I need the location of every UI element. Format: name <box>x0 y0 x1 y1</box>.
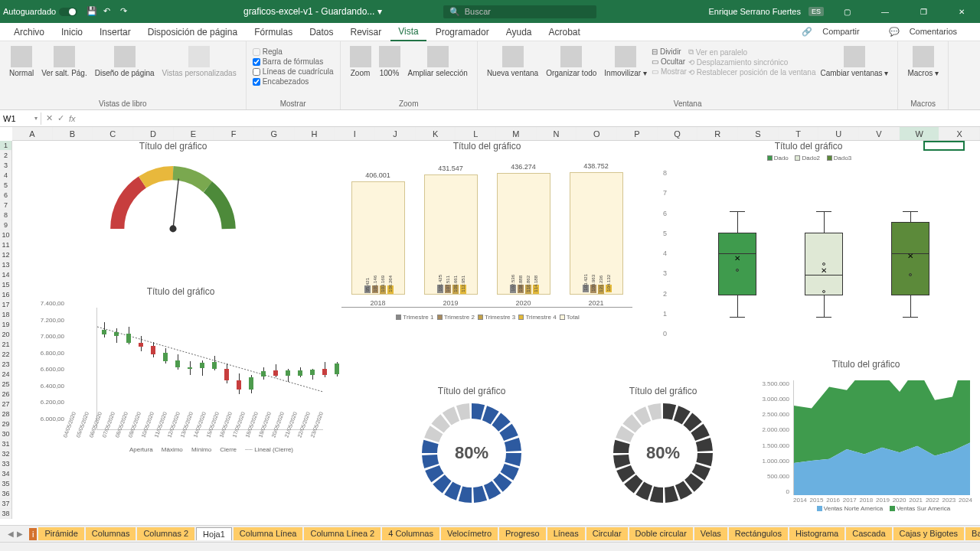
ribbon-options-icon[interactable]: ▢ <box>831 8 862 16</box>
tab-acrobat[interactable]: Acrobat <box>541 24 588 41</box>
status-bar <box>0 542 980 551</box>
arrange-all-button[interactable]: Organizar todo <box>543 44 599 79</box>
formula-bar: W1 ✕ ✓ fx <box>0 110 980 127</box>
sheet-tab[interactable]: Columnas 2 <box>137 527 194 540</box>
donut-chart-blue[interactable]: Título del gráfico 80% <box>387 386 556 510</box>
autosave-toggle[interactable]: Autoguardado <box>3 7 77 16</box>
name-box[interactable]: W1 <box>0 112 41 125</box>
tab-programador[interactable]: Programador <box>428 24 497 41</box>
column-headers[interactable]: ABCDEFGHIJKLMNOPQRSTUVWX <box>12 127 980 141</box>
sheet-tab[interactable]: Histograma <box>789 527 844 540</box>
hide-button[interactable]: ▭ Ocultar <box>652 57 687 66</box>
boxplot-chart[interactable]: Título del gráfico Dado Dado2 Dado3 0123… <box>655 141 962 345</box>
close-icon[interactable]: ✕ <box>946 8 977 16</box>
sheet-tab[interactable]: Doble circular <box>629 527 693 540</box>
sheet-tab[interactable]: Rectángulos <box>729 527 788 540</box>
reset-pos-button[interactable]: ⟲ Restablecer posición de la ventana <box>688 68 816 77</box>
comments-button[interactable]: 💬 Comentarios <box>881 24 972 40</box>
unhide-button[interactable]: ▭ Mostrar <box>652 67 687 76</box>
tab-datos[interactable]: Datos <box>302 24 341 41</box>
chart-title: Título del gráfico <box>655 141 962 152</box>
sheet-tab[interactable]: Cascada <box>846 527 891 540</box>
tab-revisar[interactable]: Revisar <box>343 24 390 41</box>
tab-insertar[interactable]: Insertar <box>92 24 139 41</box>
chart-title: Título del gráfico <box>579 386 747 396</box>
toggle-icon <box>59 8 77 16</box>
zoom-selection-button[interactable]: Ampliar selección <box>405 44 471 79</box>
sheet-tab[interactable]: Progreso <box>499 527 546 540</box>
formula-input[interactable] <box>80 112 980 125</box>
redo-icon[interactable]: ↷ <box>120 6 131 17</box>
split-button[interactable]: ⊟ Dividir <box>652 47 687 56</box>
sheet-tab-info[interactable]: i <box>29 528 37 540</box>
worksheet-grid[interactable]: ABCDEFGHIJKLMNOPQRSTUVWX 123456789101112… <box>0 127 980 525</box>
donut-chart-black[interactable]: Título del gráfico 80% <box>579 386 747 510</box>
group-macros: Macros ▾ Macros <box>898 41 949 109</box>
sheet-tab[interactable]: Velas <box>694 527 727 540</box>
sheet-tab[interactable]: Líneas <box>547 527 585 540</box>
sync-scroll-button[interactable]: ⟲ Desplazamiento sincrónico <box>688 58 816 67</box>
sheet-tab[interactable]: Barras <box>965 527 980 540</box>
ribbon: Normal Ver salt. Pág. Diseño de página V… <box>0 41 980 110</box>
sheet-tab-bar: ◀▶ i PirámideColumnasColumnas 2Hoja1Colu… <box>0 525 980 542</box>
tab-ayuda[interactable]: Ayuda <box>498 24 540 41</box>
undo-icon[interactable]: ↶ <box>103 6 114 17</box>
tab-archivo[interactable]: Archivo <box>6 24 52 41</box>
ruler-checkbox[interactable]: Regla <box>253 47 334 56</box>
row-headers[interactable]: 1234567891011121314151617181920212223242… <box>0 141 12 519</box>
gridlines-checkbox[interactable]: Líneas de cuadrícula <box>253 67 334 76</box>
user-badge[interactable]: ES <box>808 7 824 16</box>
zoom-100-button[interactable]: 100% <box>376 44 403 79</box>
enter-icon[interactable]: ✓ <box>57 113 64 123</box>
sheet-tab[interactable]: Pirámide <box>38 527 83 540</box>
active-cell <box>923 141 965 151</box>
gauge-chart[interactable]: Título del gráfico <box>35 141 311 251</box>
switch-windows-button[interactable]: Cambiar ventanas ▾ <box>817 44 891 79</box>
area-chart[interactable]: Título del gráfico 3.500.0003.000.0002.5… <box>755 359 977 518</box>
chart-title: Título del gráfico <box>387 386 556 396</box>
stacked-bar-chart[interactable]: Título del gráfico 406.00195.421101.1461… <box>334 141 640 331</box>
tab-inicio[interactable]: Inicio <box>54 24 90 41</box>
freeze-panes-button[interactable]: Inmovilizar ▾ <box>601 44 650 79</box>
share-button[interactable]: 🔗 Compartir <box>794 24 874 40</box>
headings-checkbox[interactable]: Encabezados <box>253 77 334 86</box>
user-name[interactable]: Enrique Serrano Fuertes <box>709 7 801 16</box>
new-window-button[interactable]: Nueva ventana <box>484 44 541 79</box>
tab-formulas[interactable]: Fórmulas <box>247 24 300 41</box>
formula-bar-checkbox[interactable]: Barra de fórmulas <box>253 57 334 66</box>
group-mostrar: Regla Barra de fórmulas Líneas de cuadrí… <box>247 41 341 109</box>
group-ventana: Nueva ventana Organizar todo Inmovilizar… <box>478 41 899 109</box>
sheet-tab[interactable]: Velocímetro <box>441 527 498 540</box>
sheet-nav[interactable]: ◀▶ <box>3 530 28 538</box>
macros-button[interactable]: Macros ▾ <box>904 44 942 79</box>
tab-vista[interactable]: Vista <box>390 23 426 41</box>
sheet-tab[interactable]: 4 Columnas <box>382 527 439 540</box>
sheet-tab[interactable]: Columna Línea <box>234 527 303 540</box>
custom-views-button[interactable]: Vistas personalizadas <box>159 44 240 79</box>
sheet-tab[interactable]: Columnas <box>86 527 136 540</box>
sheet-tab[interactable]: Circular <box>586 527 628 540</box>
svg-line-2 <box>97 327 323 392</box>
svg-line-0 <box>173 178 178 228</box>
quick-access-toolbar: 💾 ↶ ↷ <box>87 6 131 17</box>
search-icon: 🔍 <box>449 7 460 17</box>
page-break-button[interactable]: Ver salt. Pág. <box>38 44 90 79</box>
minimize-icon[interactable]: — <box>870 8 900 16</box>
sheet-tab[interactable]: Hoja1 <box>196 527 232 540</box>
sheet-tab[interactable]: Columna Línea 2 <box>304 527 381 540</box>
tab-disposicion[interactable]: Disposición de página <box>140 24 245 41</box>
search-input[interactable]: 🔍 Buscar <box>443 5 596 18</box>
sheet-tab[interactable]: Cajas y Bigotes <box>893 527 964 540</box>
candlestick-chart[interactable]: Título del gráfico 7.400,007.200,007.000… <box>35 286 326 500</box>
svg-point-1 <box>169 225 176 232</box>
save-icon[interactable]: 💾 <box>87 6 97 17</box>
cancel-icon[interactable]: ✕ <box>46 113 53 123</box>
page-layout-button[interactable]: Diseño de página <box>92 44 158 79</box>
side-by-side-button[interactable]: ⧉ Ver en paralelo <box>688 47 816 57</box>
normal-button[interactable]: Normal <box>6 44 37 79</box>
fx-icon[interactable]: fx <box>69 114 76 123</box>
maximize-icon[interactable]: ❐ <box>908 8 939 16</box>
filename[interactable]: graficos-excel-v1 - Guardando... ▾ <box>243 6 382 17</box>
zoom-button[interactable]: Zoom <box>347 44 374 79</box>
chart-title: Título del gráfico <box>755 359 977 370</box>
